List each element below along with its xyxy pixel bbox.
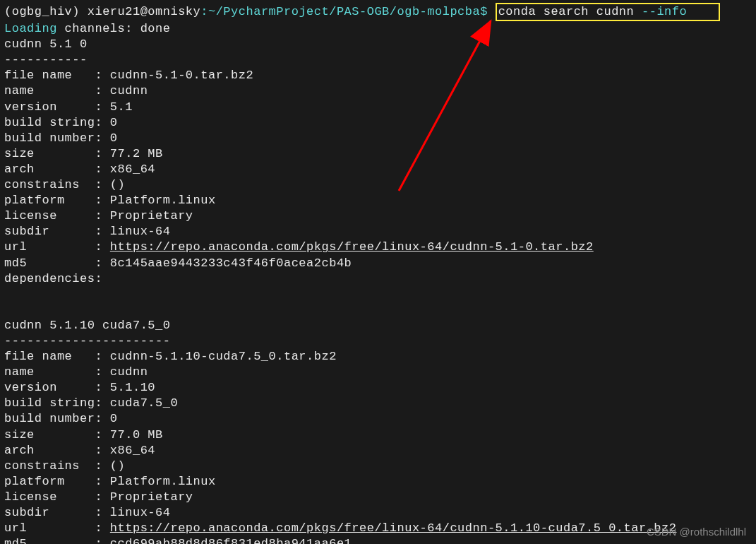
version-row: version : 5.1 (4, 100, 752, 115)
build-string-row: build string: 0 (4, 115, 752, 131)
platform-row: platform : Platform.linux (4, 193, 752, 208)
size-row: size : 77.2 MB (4, 146, 752, 162)
constrains-row: constrains : () (4, 459, 752, 474)
url-row: url : https://repo.anaconda.com/pkgs/fre… (4, 240, 752, 255)
package1-header: cudnn 5.1 0 (4, 37, 752, 52)
url-link[interactable]: https://repo.anaconda.com/pkgs/free/linu… (110, 521, 677, 535)
arch-row: arch : x86_64 (4, 162, 752, 177)
url-row: url : https://repo.anaconda.com/pkgs/fre… (4, 521, 752, 536)
terminal-output: (ogbg_hiv) xieru21@omnisky:~/PycharmProj… (4, 3, 752, 544)
name-row: name : cudnn (4, 365, 752, 380)
prompt-line[interactable]: (ogbg_hiv) xieru21@omnisky:~/PycharmProj… (4, 3, 752, 21)
license-row: license : Proprietary (4, 490, 752, 505)
version-row: version : 5.1.10 (4, 380, 752, 396)
env-name: (ogbg_hiv) (4, 5, 80, 18)
md5-row: md5 : ccd699ab88d8d86f831ed8ba941aa6e1 (4, 536, 752, 544)
constrains-row: constrains : () (4, 177, 752, 193)
command-flag: --info (642, 5, 687, 18)
blank-line (4, 287, 752, 302)
subdir-row: subdir : linux-64 (4, 224, 752, 240)
license-row: license : Proprietary (4, 208, 752, 224)
dependencies-row: dependencies: (4, 271, 752, 287)
build-number-row: build number: 0 (4, 411, 752, 427)
arch-row: arch : x86_64 (4, 443, 752, 459)
size-row: size : 77.0 MB (4, 427, 752, 443)
name-row: name : cudnn (4, 83, 752, 99)
package2-header: cudnn 5.1.10 cuda7.5_0 (4, 318, 752, 333)
md5-row: md5 : 8c145aae9443233c43f46f0acea2cb4b (4, 256, 752, 271)
build-number-row: build number: 0 (4, 131, 752, 146)
build-string-row: build string: cuda7.5_0 (4, 396, 752, 411)
subdir-row: subdir : linux-64 (4, 505, 752, 521)
path: :~/PycharmProject/PAS-OGB/ogb-molpcba$ (200, 5, 488, 18)
platform-row: platform : Platform.linux (4, 474, 752, 490)
command-highlight: conda search cudnn --info (496, 3, 720, 21)
loading-line: Loading channels: done (4, 21, 752, 37)
url-link[interactable]: https://repo.anaconda.com/pkgs/free/linu… (110, 240, 594, 254)
user-host: xieru21@omnisky (88, 5, 201, 18)
file-name-row: file name : cudnn-5.1-0.tar.bz2 (4, 68, 752, 83)
package1-dashes: ----------- (4, 52, 752, 68)
command-text: conda search cudnn (498, 5, 642, 18)
file-name-row: file name : cudnn-5.1.10-cuda7.5_0.tar.b… (4, 349, 752, 365)
package2-dashes: ---------------------- (4, 333, 752, 349)
watermark: CSDN @rothschildlhl (647, 525, 746, 539)
blank-line (4, 302, 752, 318)
